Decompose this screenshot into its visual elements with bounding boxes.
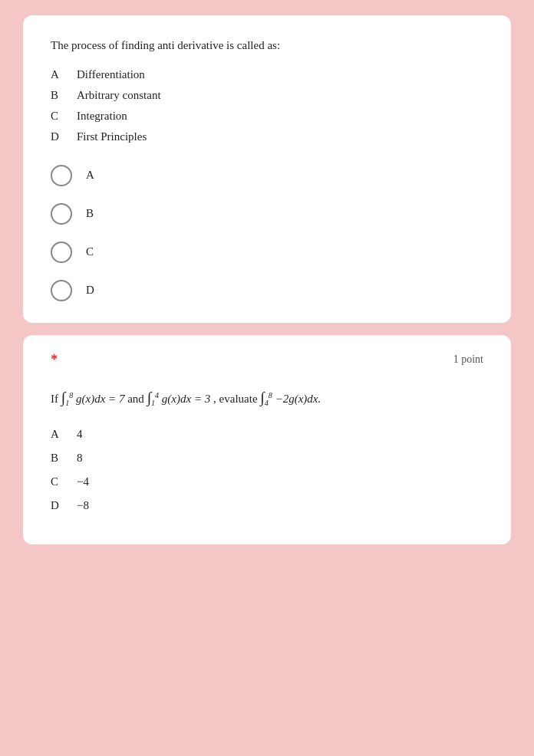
option2-letter-a: A: [51, 428, 63, 441]
option-letter-a: A: [51, 68, 63, 81]
options-list-2: A 4 B 8 C −4 D −8: [51, 428, 483, 512]
question-2-text: If ∫18 g(x)dx = 7 and ∫14 g(x)dx = 3 , e…: [51, 383, 483, 411]
radio-label-a: A: [86, 169, 94, 182]
card2-header: * 1 point: [51, 352, 483, 368]
option2-letter-d: D: [51, 499, 63, 512]
math-expression-3: ∫48 −2g(x)dx.: [260, 393, 321, 405]
radio-option-d[interactable]: D: [51, 280, 483, 301]
required-asterisk: *: [51, 352, 58, 368]
radio-option-a[interactable]: A: [51, 165, 483, 186]
radio-group-1: A B C D: [51, 165, 483, 301]
option2-text-a: 4: [77, 428, 83, 441]
radio-circle-d[interactable]: [51, 280, 72, 301]
option2-text-d: −8: [77, 499, 89, 512]
radio-circle-b[interactable]: [51, 203, 72, 225]
list-item: B Arbitrary constant: [51, 89, 483, 102]
radio-label-c: C: [86, 245, 94, 258]
question-card-2: * 1 point If ∫18 g(x)dx = 7 and ∫14 g(x)…: [23, 335, 511, 544]
math-expression-2: ∫14 g(x)dx = 3: [147, 393, 213, 405]
option2-text-c: −4: [77, 475, 89, 488]
option-text-a: Differentiation: [77, 68, 145, 81]
list-item: D First Principles: [51, 130, 483, 143]
radio-label-d: D: [86, 284, 94, 297]
option-letter-b: B: [51, 89, 63, 102]
option-letter-d: D: [51, 130, 63, 143]
list-item: D −8: [51, 499, 483, 512]
points-label: 1 point: [453, 353, 483, 366]
option2-letter-b: B: [51, 452, 63, 465]
list-item: B 8: [51, 452, 483, 465]
question-card-1: The process of finding anti derivative i…: [23, 15, 511, 323]
list-item: C Integration: [51, 110, 483, 123]
list-item: A 4: [51, 428, 483, 441]
radio-option-c[interactable]: C: [51, 242, 483, 263]
option-letter-c: C: [51, 110, 63, 123]
options-list-1: A Differentiation B Arbitrary constant C…: [51, 68, 483, 143]
radio-circle-c[interactable]: [51, 242, 72, 263]
option-text-d: First Principles: [77, 130, 147, 143]
option2-letter-c: C: [51, 475, 63, 488]
question-1-text: The process of finding anti derivative i…: [51, 37, 483, 54]
option2-text-b: 8: [77, 452, 83, 465]
list-item: A Differentiation: [51, 68, 483, 81]
math-expression-1: ∫18 g(x)dx = 7: [61, 393, 127, 405]
radio-option-b[interactable]: B: [51, 203, 483, 225]
list-item: C −4: [51, 475, 483, 488]
option-text-c: Integration: [77, 110, 127, 123]
option-text-b: Arbitrary constant: [77, 89, 161, 102]
radio-circle-a[interactable]: [51, 165, 72, 186]
radio-label-b: B: [86, 207, 94, 220]
